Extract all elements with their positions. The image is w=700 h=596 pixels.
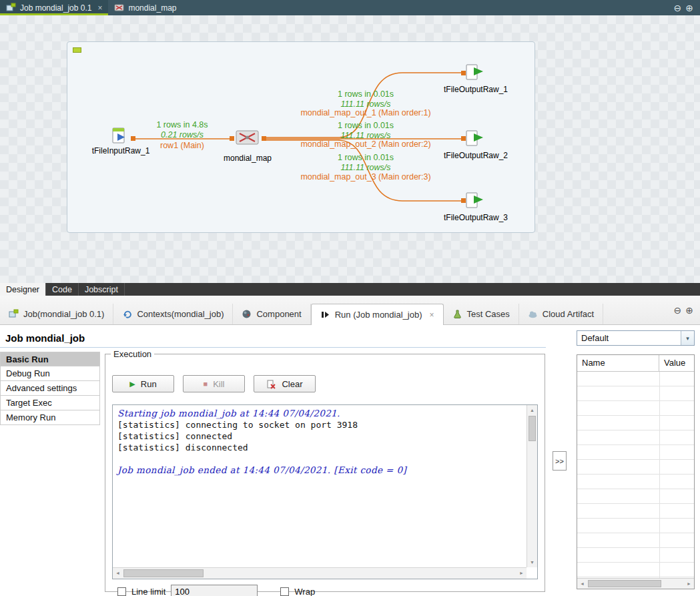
console-vertical-scrollbar[interactable]: ▲ ▼: [527, 405, 537, 567]
sidebar-item-advanced-settings[interactable]: Advanced settings: [0, 381, 100, 396]
tab-label: Contexts(mondial_job): [137, 309, 224, 319]
kill-button[interactable]: ■ Kill: [183, 375, 245, 392]
clear-button[interactable]: Clear: [254, 375, 316, 392]
job-icon: [9, 309, 19, 319]
wrap-group: Wrap: [280, 587, 315, 596]
table-row[interactable]: [577, 489, 694, 504]
view-window-buttons: ⊖ ⊕: [674, 305, 700, 316]
editor-window-buttons: ⊖ ⊕: [674, 0, 700, 15]
scroll-up-icon[interactable]: ▲: [527, 405, 537, 415]
minimize-icon[interactable]: ⊖: [674, 3, 682, 13]
tab-test-cases[interactable]: Test Cases: [444, 304, 519, 324]
tab-label: Test Cases: [467, 309, 510, 319]
table-row[interactable]: [577, 563, 694, 577]
scroll-right-icon[interactable]: ►: [516, 568, 527, 579]
component-tFileOutputRaw-3[interactable]: [465, 192, 485, 213]
tab-component-view[interactable]: Component: [233, 304, 310, 324]
tab-designer[interactable]: Designer: [0, 283, 46, 296]
scroll-left-icon[interactable]: ◄: [113, 568, 123, 579]
execution-groupbox: Execution ▶ Run ■ Kill Clear Starting jo…: [105, 349, 545, 592]
table-row[interactable]: [577, 548, 694, 563]
editor-tab-label: Job mondial_job 0.1: [20, 3, 91, 13]
scrollbar-thumb[interactable]: [529, 416, 536, 441]
view-tabbar: Job(mondial_job 0.1) Contexts(mondial_jo…: [0, 296, 700, 325]
editor-tab-job[interactable]: Job mondial_job 0.1 ×: [0, 0, 108, 15]
scroll-left-icon[interactable]: ◄: [577, 579, 587, 589]
tab-cloud-artifact[interactable]: Cloud Artifact: [519, 304, 603, 324]
table-row[interactable]: [577, 460, 694, 475]
page-title: Job mondial_job: [0, 329, 546, 344]
tmap-icon: [236, 129, 260, 145]
console-output: Starting job mondial_job at 14:44 07/04/…: [113, 405, 527, 567]
close-icon[interactable]: ×: [97, 3, 102, 13]
sidebar-item-target-exec[interactable]: Target Exec: [0, 396, 100, 410]
sidebar-item-basic-run[interactable]: Basic Run: [0, 352, 100, 366]
table-row[interactable]: [577, 504, 694, 519]
sidebar-item-memory-run[interactable]: Memory Run: [0, 410, 100, 425]
execution-group-label: Execution: [111, 349, 154, 359]
line-limit-checkbox[interactable]: [117, 587, 126, 596]
line-limit-input[interactable]: [171, 585, 258, 596]
sidebar-item-debug-run[interactable]: Debug Run: [0, 366, 100, 381]
clear-icon: [266, 379, 276, 389]
run-tab-icon: [320, 310, 330, 320]
component-tFileOutputRaw-1[interactable]: [465, 63, 485, 85]
job-icon: [6, 3, 16, 13]
expand-context-panel-button[interactable]: >>: [553, 451, 567, 471]
console-horizontal-scrollbar[interactable]: ◄ ►: [113, 567, 527, 579]
component-icon: [242, 309, 252, 319]
connection-name: row1 (Main): [160, 141, 204, 150]
table-row[interactable]: [577, 416, 694, 430]
close-icon[interactable]: ×: [430, 310, 434, 320]
run-button[interactable]: ▶ Run: [112, 375, 174, 392]
component-tFileOutputRaw-2[interactable]: [465, 129, 485, 151]
tab-code[interactable]: Code: [46, 283, 79, 296]
table-row[interactable]: [577, 445, 694, 460]
table-row[interactable]: [577, 401, 694, 416]
console-line: [statistics] connected: [117, 430, 522, 442]
table-row[interactable]: [577, 372, 694, 386]
tab-run-view[interactable]: Run (Job mondial_job) ×: [311, 304, 444, 325]
maximize-icon[interactable]: ⊕: [685, 305, 693, 316]
table-row[interactable]: [577, 519, 694, 533]
line-limit-label: Line limit: [131, 587, 165, 596]
table-row[interactable]: [577, 475, 694, 489]
table-row[interactable]: [577, 533, 694, 548]
button-label: Run: [141, 379, 157, 389]
scroll-right-icon[interactable]: ►: [684, 579, 694, 589]
context-select[interactable]: Default ▾: [577, 330, 695, 346]
console-options: Line limit Wrap: [117, 585, 315, 596]
maximize-icon[interactable]: ⊕: [685, 3, 693, 13]
stop-icon: ■: [204, 380, 208, 388]
table-row[interactable]: [577, 430, 694, 445]
editor-tabbar: Job mondial_job 0.1 × mondial_map ⊖ ⊕: [0, 0, 700, 15]
wrap-checkbox[interactable]: [280, 587, 289, 596]
console-line: [117, 453, 522, 465]
job-canvas[interactable]: tFileInputRaw_1 mondial_map tFileOutputR…: [67, 41, 535, 233]
editor-tab-map[interactable]: mondial_map: [108, 0, 182, 15]
component-label: mondial_map: [224, 154, 272, 163]
table-row[interactable]: [577, 386, 694, 401]
context-selected-value: Default: [577, 333, 681, 343]
execution-buttons: ▶ Run ■ Kill Clear: [112, 375, 316, 392]
execution-console[interactable]: Starting job mondial_job at 14:44 07/04/…: [112, 404, 538, 579]
column-header-name: Name: [577, 355, 659, 371]
connection-stats: 1 rows in 0.01s: [338, 89, 394, 99]
connection-name: mondial_map_out_3 (Main order:3): [300, 172, 430, 182]
editor-tab-label: mondial_map: [128, 3, 176, 13]
tab-job-view[interactable]: Job(mondial_job 0.1): [0, 304, 113, 324]
minimize-icon[interactable]: ⊖: [674, 305, 682, 316]
context-variables-table[interactable]: Name Value ◄: [577, 354, 695, 589]
tab-jobscript[interactable]: Jobscript: [79, 283, 125, 296]
component-mondial-map[interactable]: [236, 129, 260, 148]
designer-mode-bar: Designer Code Jobscript: [0, 283, 700, 296]
scrollbar-thumb[interactable]: [588, 580, 661, 587]
output-file-icon: [465, 129, 485, 148]
chevron-down-icon[interactable]: ▾: [681, 331, 694, 345]
run-sidebar: Basic Run Debug Run Advanced settings Ta…: [0, 352, 100, 425]
tab-contexts-view[interactable]: Contexts(mondial_job): [113, 304, 233, 324]
run-view: Job mondial_job Basic Run Debug Run Adva…: [0, 325, 700, 596]
table-horizontal-scrollbar[interactable]: ◄ ►: [577, 578, 694, 589]
scrollbar-thumb[interactable]: [123, 569, 204, 577]
scroll-down-icon[interactable]: ▼: [527, 557, 537, 567]
